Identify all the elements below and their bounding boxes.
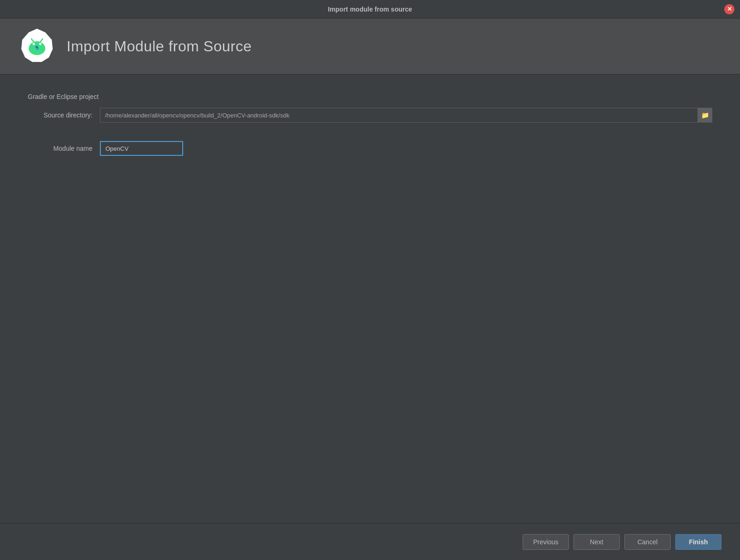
next-button[interactable]: Next <box>574 534 620 550</box>
svg-point-3 <box>39 43 42 45</box>
dialog-title: Import Module from Source <box>67 38 252 55</box>
close-icon: ✕ <box>727 6 732 12</box>
finish-label: Finish <box>689 538 708 546</box>
cancel-label: Cancel <box>637 538 658 546</box>
close-button[interactable]: ✕ <box>724 4 734 14</box>
main-content: Gradle or Eclipse project Source directo… <box>0 74 740 523</box>
footer-bar: Previous Next Cancel Finish <box>0 523 740 560</box>
cancel-button[interactable]: Cancel <box>624 534 671 550</box>
section-label: Gradle or Eclipse project Source directo… <box>28 93 712 123</box>
android-studio-icon <box>18 28 56 65</box>
previous-button[interactable]: Previous <box>523 534 569 550</box>
next-label: Next <box>590 538 604 546</box>
module-name-input[interactable] <box>100 141 183 156</box>
app-logo <box>18 28 56 65</box>
window-title: Import module from source <box>328 6 412 13</box>
previous-label: Previous <box>533 538 558 546</box>
browse-folder-button[interactable]: 📁 <box>697 108 712 123</box>
svg-point-2 <box>33 43 35 45</box>
title-bar: Import module from source ✕ <box>0 0 740 18</box>
source-directory-label: Source directory: <box>28 111 92 119</box>
module-name-label: Module name <box>28 145 92 152</box>
gradle-eclipse-label: Gradle or Eclipse project <box>28 93 712 100</box>
source-directory-input[interactable] <box>100 108 712 123</box>
module-name-row: Module name <box>28 141 712 156</box>
finish-button[interactable]: Finish <box>675 534 722 550</box>
source-directory-row: Source directory: 📁 <box>28 108 712 123</box>
header-section: Import Module from Source <box>0 18 740 74</box>
folder-icon: 📁 <box>701 111 709 119</box>
source-directory-wrapper: 📁 <box>100 108 712 123</box>
